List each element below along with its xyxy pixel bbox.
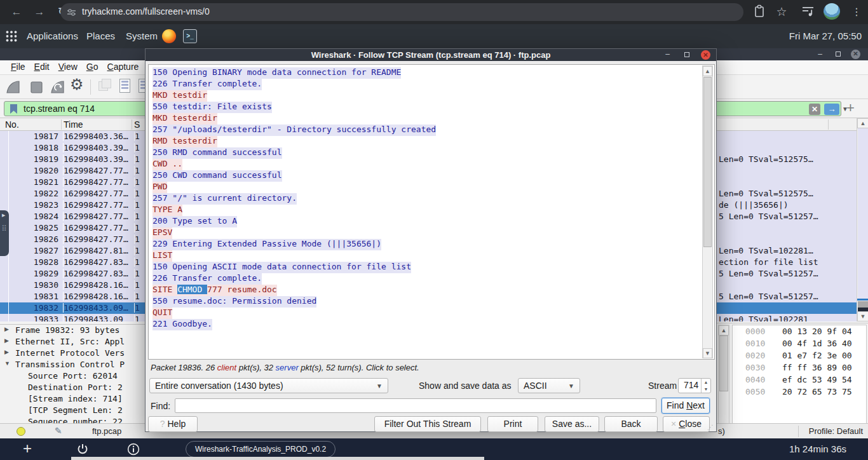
restart-capture-icon[interactable] bbox=[50, 79, 66, 95]
stream-line[interactable]: SITE CHMOD 777 resume.doc bbox=[153, 285, 277, 296]
scroll-up-icon[interactable]: ▲ bbox=[719, 325, 729, 335]
stream-line[interactable]: 250 RMD command successful bbox=[153, 147, 282, 159]
stream-line[interactable]: LIST bbox=[153, 250, 172, 262]
expert-info-icon[interactable] bbox=[17, 427, 25, 436]
find-input[interactable] bbox=[175, 398, 656, 413]
apps-grid-icon[interactable] bbox=[5, 30, 18, 43]
open-file-ghost-icon2[interactable] bbox=[102, 79, 111, 88]
stream-line[interactable]: 226 Transfer complete. bbox=[153, 79, 262, 90]
profile-avatar[interactable] bbox=[824, 3, 840, 20]
address-bar[interactable]: tryhackme.com/fullscreen-vms/0 bbox=[60, 3, 743, 21]
power-icon[interactable] bbox=[76, 443, 89, 456]
stream-line[interactable]: 226 Transfer complete. bbox=[153, 273, 262, 285]
stream-line[interactable]: 150 Opening BINARY mode data connection … bbox=[153, 67, 401, 79]
stream-line[interactable]: 257 "/uploads/testerdir" - Directory suc… bbox=[153, 125, 436, 136]
stream-line[interactable]: 200 Type set to A bbox=[153, 216, 237, 227]
stream-line[interactable]: 250 CWD command successful bbox=[153, 170, 282, 182]
filter-apply-icon[interactable]: → bbox=[824, 104, 839, 115]
stream-content[interactable]: ▲ ▼ 150 Opening BINARY mode data connect… bbox=[148, 64, 715, 360]
collapse-icon[interactable]: ▼ bbox=[4, 360, 10, 367]
menu-capture[interactable]: Capture bbox=[103, 60, 144, 73]
back-icon[interactable]: ← bbox=[9, 4, 24, 20]
side-drawer-handle[interactable] bbox=[0, 210, 9, 256]
find-next-button[interactable]: Find Next bbox=[661, 398, 710, 414]
panel-clock[interactable]: Fri Mar 27, 05:50 bbox=[789, 24, 862, 48]
stream-line[interactable]: 257 "/" is current directory. bbox=[153, 193, 297, 205]
save-as-button[interactable]: Save as... bbox=[545, 416, 599, 432]
clipboard-icon[interactable] bbox=[753, 4, 766, 19]
media-controls-icon[interactable] bbox=[802, 6, 815, 17]
column-source[interactable]: S bbox=[134, 119, 140, 130]
stream-line[interactable]: EPSV bbox=[153, 227, 172, 239]
packet-no: 19824 bbox=[9, 212, 58, 221]
close-button[interactable]: ×Close bbox=[663, 416, 710, 432]
filter-add-button[interactable]: + bbox=[846, 99, 855, 117]
expand-icon[interactable]: ▶ bbox=[4, 326, 9, 332]
main-minimize-button[interactable]: – bbox=[815, 50, 825, 59]
start-capture-icon[interactable] bbox=[5, 79, 22, 95]
firefox-icon[interactable] bbox=[162, 29, 176, 43]
stream-number-spinner[interactable]: 714 ▲▼ bbox=[678, 378, 711, 393]
packet-list-scrollbar[interactable]: ▲ ▼ bbox=[857, 118, 868, 321]
scroll-down-icon[interactable]: ▼ bbox=[857, 311, 868, 321]
scroll-up-icon[interactable]: ▲ bbox=[857, 118, 868, 128]
dialog-restore-button[interactable] bbox=[682, 50, 691, 60]
stream-line[interactable]: PWD bbox=[153, 182, 167, 193]
back-button[interactable]: Back bbox=[604, 416, 658, 432]
info-icon[interactable] bbox=[127, 443, 140, 456]
filter-bookmark-icon[interactable] bbox=[10, 104, 17, 114]
stream-line[interactable]: 150 Opening ASCII mode data connection f… bbox=[153, 262, 411, 273]
menu-view[interactable]: View bbox=[54, 60, 82, 73]
main-close-button[interactable]: ✕ bbox=[851, 50, 860, 59]
stream-line[interactable]: 229 Entering Extended Passive Mode (|||3… bbox=[153, 239, 381, 250]
filter-out-stream-button[interactable]: Filter Out This Stream bbox=[374, 416, 481, 432]
stream-scrollbar[interactable]: ▲ ▼ bbox=[702, 65, 713, 358]
stream-line[interactable]: 550 testdir: File exists bbox=[153, 102, 272, 113]
help-button[interactable]: ?Help bbox=[148, 416, 198, 432]
spinner-arrows-icon[interactable]: ▲▼ bbox=[701, 379, 710, 393]
scroll-up-icon[interactable]: ▲ bbox=[703, 66, 712, 76]
dialog-close-button[interactable]: ✕ bbox=[701, 50, 710, 60]
filter-clear-icon[interactable]: ✕ bbox=[809, 104, 820, 115]
stream-line[interactable]: TYPE A bbox=[153, 205, 182, 216]
dialog-titlebar[interactable]: Wireshark · Follow TCP Stream (tcp.strea… bbox=[146, 49, 716, 61]
menu-file[interactable]: File bbox=[6, 60, 30, 73]
bookmark-star-icon[interactable]: ☆ bbox=[774, 4, 789, 20]
stream-line[interactable]: CWD .. bbox=[153, 159, 182, 170]
print-button[interactable]: Print bbox=[487, 416, 538, 432]
add-icon[interactable]: + bbox=[23, 440, 32, 457]
expand-icon[interactable]: ▶ bbox=[4, 337, 9, 344]
stream-line[interactable]: QUIT bbox=[153, 308, 172, 319]
conversation-select[interactable]: Entire conversation (1430 bytes) ▼ bbox=[149, 378, 388, 393]
stream-line[interactable]: 550 resume.doc: Permission denied bbox=[153, 296, 316, 308]
stream-line[interactable]: RMD testerdir bbox=[153, 136, 217, 147]
browser-menu-icon[interactable]: ⋮ bbox=[849, 4, 864, 20]
panel-menu-applications[interactable]: Applications bbox=[20, 24, 85, 48]
intelligent-scrollbar[interactable] bbox=[858, 128, 868, 300]
stop-capture-icon[interactable] bbox=[28, 79, 44, 95]
capture-options-icon[interactable]: ⚙ bbox=[70, 76, 84, 93]
column-no[interactable]: No. bbox=[5, 119, 19, 130]
stream-line[interactable]: 221 Goodbye. bbox=[153, 319, 212, 330]
scroll-down-icon[interactable]: ▼ bbox=[703, 348, 712, 358]
stream-line[interactable]: MKD testdir bbox=[153, 90, 207, 102]
resize-grip[interactable]: ⋰ bbox=[707, 424, 714, 431]
taskbar-window-tab[interactable]: Wireshark-TrafficAnalysis_PROD_v0.2 bbox=[186, 441, 336, 457]
panel-menu-system[interactable]: System bbox=[119, 24, 164, 48]
main-restore-button[interactable] bbox=[833, 50, 843, 59]
profile-label[interactable]: Profile: Default bbox=[809, 426, 863, 436]
menu-go[interactable]: Go bbox=[82, 60, 103, 73]
panel-menu-places[interactable]: Places bbox=[80, 24, 121, 48]
forward-icon[interactable]: → bbox=[32, 4, 47, 20]
site-info-icon[interactable] bbox=[67, 8, 76, 17]
terminal-icon[interactable]: >_ bbox=[183, 29, 197, 43]
menu-edit[interactable]: Edit bbox=[30, 60, 54, 73]
stream-line[interactable]: MKD testerdir bbox=[153, 113, 217, 125]
edit-comment-icon[interactable]: ✎ bbox=[55, 426, 62, 436]
expand-icon[interactable]: ▶ bbox=[4, 349, 9, 355]
show-as-select[interactable]: ASCII ▼ bbox=[518, 378, 580, 393]
dialog-minimize-button[interactable]: – bbox=[663, 50, 672, 60]
stream-summary[interactable]: Packet 19836. 26 client pkt(s), 32 serve… bbox=[151, 363, 419, 372]
column-time[interactable]: Time bbox=[64, 119, 83, 130]
save-file-icon[interactable] bbox=[119, 79, 130, 93]
